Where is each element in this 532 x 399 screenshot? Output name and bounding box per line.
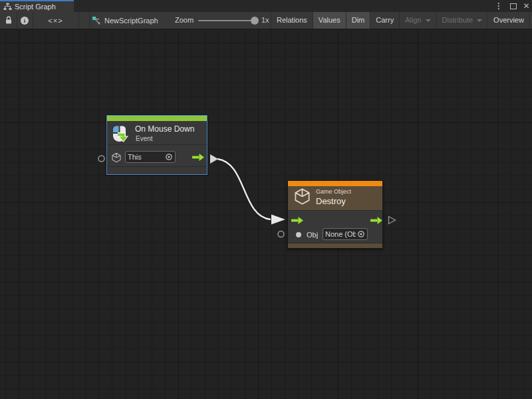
flow-arrow-icon [291, 217, 303, 224]
edit-source-button[interactable]: <×> [33, 12, 78, 29]
event-accent-bar [107, 116, 207, 121]
window-close-icon[interactable]: ✕ [521, 0, 532, 12]
flow-arrow-icon [192, 154, 204, 161]
inspector-button[interactable]: i [17, 12, 33, 29]
chevron-down-icon [477, 19, 482, 22]
connections-overlay [0, 29, 532, 399]
object-picker-icon[interactable] [357, 230, 365, 238]
game-object-cube-icon [111, 152, 122, 163]
overview-button[interactable]: Overview [487, 12, 529, 29]
window-menu-icon[interactable]: ⋮ [493, 0, 504, 12]
toolbar-toggle-group: Relations Values Dim Carry Align Distrib… [271, 12, 532, 29]
tab-title: Script Graph [15, 3, 56, 11]
window-maximize-icon[interactable] [507, 0, 519, 12]
game-object-cube-icon [293, 188, 311, 205]
obj-input-label: Obj [307, 231, 318, 239]
code-brackets-icon: <×> [48, 17, 63, 25]
port-destroy-flow-input[interactable] [271, 215, 285, 225]
full-screen-button[interactable]: Full Screen [529, 12, 532, 29]
target-field-value: This [128, 153, 142, 161]
obj-input-dot[interactable] [296, 232, 301, 237]
obj-field-value: None (Object) [325, 230, 356, 238]
node-destroy[interactable]: Game Object Destroy Obj None (Object) [287, 180, 383, 249]
node-footer [107, 166, 207, 174]
graph-name-label: NewScriptGraph [104, 17, 158, 25]
node-footer [288, 243, 382, 248]
relations-button[interactable]: Relations [271, 12, 313, 29]
node-category: Game Object [316, 188, 351, 195]
node-subtitle: Event [136, 135, 153, 142]
lock-button[interactable] [0, 12, 17, 29]
zoom-value: 1x [261, 12, 269, 29]
toolbar-separator [78, 12, 79, 29]
zoom-slider-track[interactable] [198, 20, 257, 21]
graph-toolbar: i <×> NewScriptGraph Zoom 1x Relations V… [0, 12, 532, 29]
flow-wire[interactable] [217, 159, 271, 219]
mouse-down-icon [110, 124, 129, 143]
port-event-target-input[interactable] [98, 156, 104, 162]
info-icon: i [21, 17, 29, 25]
target-object-field[interactable]: This [125, 151, 176, 163]
chevron-down-icon [426, 19, 431, 22]
distribute-label: Distribute [442, 12, 473, 29]
object-picker-icon[interactable] [165, 153, 173, 161]
port-event-flow-output[interactable] [210, 154, 218, 164]
tab-script-graph[interactable]: Script Graph [0, 0, 74, 12]
obj-object-field[interactable]: None (Object) [323, 228, 368, 240]
node-on-mouse-down[interactable]: On Mouse Down Event This [106, 115, 207, 175]
node-title: Destroy [316, 196, 346, 206]
values-button[interactable]: Values [313, 12, 346, 29]
flow-arrow-icon [370, 217, 382, 224]
destroy-accent-bar [288, 181, 382, 186]
graph-canvas[interactable]: On Mouse Down Event This Game Object Des… [0, 29, 532, 399]
graph-breadcrumb[interactable]: NewScriptGraph [92, 12, 158, 29]
title-bar: Script Graph ⋮ ✕ [0, 0, 532, 12]
node-title: On Mouse Down [135, 124, 194, 134]
zoom-label: Zoom [175, 12, 194, 29]
carry-button[interactable]: Carry [370, 12, 399, 29]
align-label: Align [405, 12, 421, 29]
dim-button[interactable]: Dim [346, 12, 370, 29]
port-destroy-obj-input[interactable] [278, 231, 284, 237]
toolbar-separator [89, 12, 90, 29]
script-graph-asset-icon [92, 16, 101, 25]
distribute-dropdown[interactable]: Distribute [436, 12, 487, 29]
zoom-slider-handle[interactable] [251, 17, 259, 25]
maximize-box [510, 3, 517, 9]
align-dropdown[interactable]: Align [399, 12, 436, 29]
port-destroy-flow-output[interactable] [389, 217, 396, 224]
graph-hierarchy-icon [3, 3, 12, 11]
lock-icon [5, 16, 13, 25]
